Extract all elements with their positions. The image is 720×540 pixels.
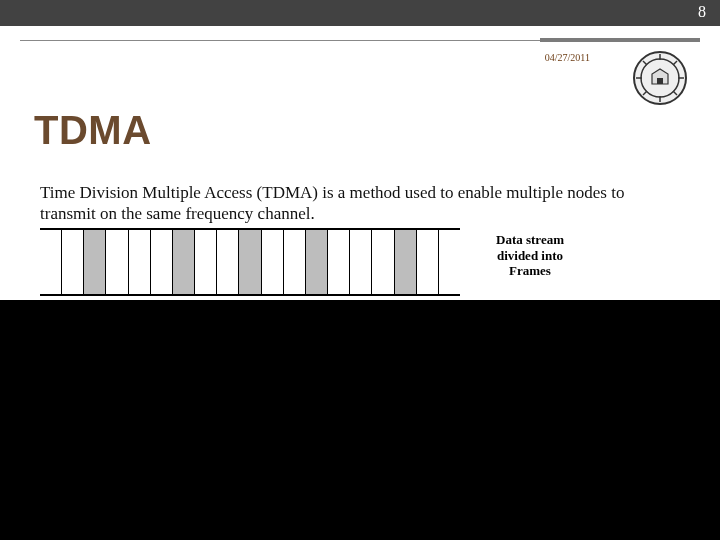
frame-slot-filled (306, 230, 328, 294)
lower-black-region (0, 300, 720, 540)
frame-slot-empty (106, 230, 128, 294)
frame-slot-empty (417, 230, 439, 294)
frame-slots (40, 228, 460, 296)
frame-slot-empty (439, 230, 460, 294)
university-seal-icon (632, 50, 688, 106)
frame-slot-empty (262, 230, 284, 294)
frame-slot-empty (40, 230, 62, 294)
page-number: 8 (698, 3, 706, 21)
diagram-label: Data stream divided into Frames (470, 232, 590, 279)
frame-slot-empty (350, 230, 372, 294)
svg-rect-10 (657, 78, 663, 84)
frame-slot-empty (372, 230, 394, 294)
frame-slot-filled (84, 230, 106, 294)
frame-slot-empty (129, 230, 151, 294)
diagram-label-line: divided into (497, 248, 563, 263)
frame-slot-empty (62, 230, 84, 294)
frame-slot-filled (239, 230, 261, 294)
frame-slot-empty (195, 230, 217, 294)
date-stamp: 04/27/2011 (545, 52, 590, 63)
frame-slot-empty (328, 230, 350, 294)
frame-slot-filled (173, 230, 195, 294)
diagram-label-line: Frames (509, 263, 551, 278)
body-text: Time Division Multiple Access (TDMA) is … (40, 182, 680, 225)
slide-title: TDMA (34, 108, 152, 153)
frame-slot-empty (151, 230, 173, 294)
frame-slot-filled (395, 230, 417, 294)
frame-slot-empty (217, 230, 239, 294)
frame-slot-empty (284, 230, 306, 294)
diagram-label-line: Data stream (496, 232, 564, 247)
top-bar: 8 (0, 0, 720, 26)
tdma-frame-diagram: Data stream divided into Frames (40, 228, 570, 292)
divider-accent (540, 38, 700, 42)
